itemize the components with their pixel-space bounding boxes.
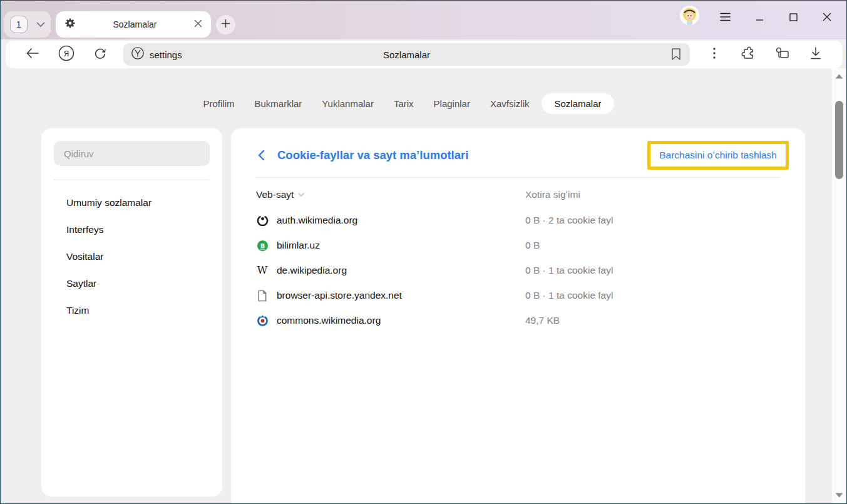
new-tab-button[interactable] (216, 15, 235, 34)
nav-tarix[interactable]: Tarix (386, 93, 421, 114)
generic-page-favicon (256, 289, 269, 302)
wikimedia-commons-favicon (256, 314, 269, 327)
wikipedia-favicon: W (256, 264, 269, 277)
site-size: 0 B · 2 ta cookie fayl (525, 215, 613, 226)
site-domain: de.wikipedia.org (277, 265, 347, 276)
tab-counter-button[interactable]: 1 (4, 11, 51, 38)
site-size: 49,7 KB (525, 315, 560, 326)
column-site-sort[interactable]: Veb-sayt (256, 189, 525, 200)
site-domain: commons.wikimedia.org (277, 315, 381, 326)
site-domain: bilimlar.uz (277, 240, 320, 251)
sidebar-divider (54, 180, 210, 180)
menu-button[interactable] (715, 8, 735, 28)
column-site-label: Veb-sayt (256, 189, 294, 200)
wikimedia-favicon (256, 214, 269, 227)
table-row[interactable]: B bilimlar.uz 0 B (231, 233, 805, 258)
table-row[interactable]: W de.wikipedia.org 0 B · 1 ta cookie fay… (231, 258, 805, 283)
scroll-down-arrow[interactable] (834, 492, 844, 498)
column-size-label: Xotira sigʻimi (525, 189, 580, 200)
svg-text:B: B (260, 242, 264, 249)
delete-all-button[interactable]: Barchasini oʻchirib tashlash (650, 144, 786, 167)
yandex-home-button[interactable]: Я (58, 46, 75, 63)
cookies-panel: Cookie-fayllar va sayt ma’lumotlari Barc… (231, 128, 805, 504)
extensions-button[interactable] (739, 46, 757, 63)
puzzle-icon (741, 46, 756, 63)
download-icon (810, 47, 821, 62)
tab-title: Sozlamalar (76, 19, 194, 29)
site-badge-icon[interactable] (131, 46, 145, 63)
sidebar-item-saytlar[interactable]: Saytlar (41, 270, 222, 297)
chevron-down-icon (36, 19, 45, 30)
profile-avatar[interactable] (680, 6, 699, 25)
maximize-icon (789, 13, 798, 24)
tab-count-badge: 1 (10, 16, 28, 33)
site-size: 0 B (525, 240, 540, 251)
settings-nav: Profilim Bukmarklar Yuklanmalar Tarix Pl… (1, 93, 809, 114)
key-wallet-icon (774, 46, 790, 63)
page-heading: Cookie-fayllar va sayt ma’lumotlari (277, 148, 647, 162)
minimize-icon (756, 13, 764, 24)
site-table: auth.wikimedia.org 0 B · 2 ta cookie fay… (231, 208, 805, 333)
site-size: 0 B · 1 ta cookie fayl (525, 290, 613, 301)
search-input[interactable] (54, 141, 210, 166)
scrollbar-thumb[interactable] (835, 101, 843, 179)
sidebar-item-interfeys[interactable]: Interfeys (41, 216, 222, 243)
site-domain: auth.wikimedia.org (277, 215, 357, 226)
reload-icon (93, 46, 107, 63)
close-window-button[interactable] (817, 8, 837, 28)
hamburger-icon (720, 13, 731, 24)
tab-close-icon[interactable] (194, 19, 202, 30)
sidebar-item-tizim[interactable]: Tizim (41, 297, 222, 324)
plus-icon (221, 19, 230, 31)
sort-chevron-icon (298, 193, 304, 197)
page-title: Sozlamalar (383, 49, 430, 60)
maximize-button[interactable] (783, 8, 803, 28)
address-url-text[interactable]: settings (150, 49, 182, 60)
page-scrollbar[interactable] (832, 68, 846, 503)
sidebar-item-umumiy-sozlamalar[interactable]: Umumiy sozlamalar (41, 189, 222, 216)
table-row[interactable]: auth.wikimedia.org 0 B · 2 ta cookie fay… (231, 208, 805, 233)
vertical-dots-icon (713, 48, 716, 61)
nav-xavfsizlik[interactable]: Xavfsizlik (483, 93, 537, 114)
bilimlar-favicon: B (256, 239, 269, 252)
gear-icon (64, 18, 76, 31)
password-manager-button[interactable] (773, 46, 791, 63)
close-icon (823, 13, 831, 24)
site-size: 0 B · 1 ta cookie fayl (525, 265, 613, 276)
site-domain: browser-api.store.yandex.net (277, 290, 402, 301)
sidebar-item-vositalar[interactable]: Vositalar (41, 243, 222, 270)
nav-plaginlar[interactable]: Plaginlar (426, 93, 478, 114)
tab-sozlamalar[interactable]: Sozlamalar (56, 11, 211, 38)
nav-sozlamalar-active[interactable]: Sozlamalar (542, 93, 613, 114)
nav-yuklanmalar[interactable]: Yuklanmalar (314, 93, 381, 114)
cookies-header: Cookie-fayllar va sayt ma’lumotlari Barc… (231, 136, 805, 175)
delete-all-highlight: Barchasini oʻchirib tashlash (647, 141, 789, 170)
settings-sidebar: Umumiy sozlamalar Interfeys Vositalar Sa… (41, 128, 222, 496)
back-arrow-icon (26, 48, 39, 61)
nav-profilim[interactable]: Profilim (195, 93, 242, 114)
back-chevron-icon[interactable] (257, 150, 265, 161)
bookmark-icon[interactable] (670, 47, 682, 64)
svg-text:Я: Я (63, 49, 69, 58)
table-header: Veb-sayt Xotira sigʻimi (231, 178, 805, 208)
nav-bukmarklar[interactable]: Bukmarklar (247, 93, 310, 114)
more-options-button[interactable] (706, 46, 723, 63)
scroll-up-arrow[interactable] (834, 73, 844, 80)
browser-window: 1 Sozlamalar (0, 0, 847, 504)
sidebar-list: Umumiy sozlamalar Interfeys Vositalar Sa… (41, 189, 222, 324)
tab-strip: 1 Sozlamalar (1, 1, 846, 39)
settings-page: Profilim Bukmarklar Yuklanmalar Tarix Pl… (1, 68, 846, 503)
back-button[interactable] (24, 46, 41, 63)
address-bar[interactable]: settings Sozlamalar (123, 43, 690, 66)
reload-button[interactable] (91, 46, 109, 63)
minimize-button[interactable] (749, 8, 769, 28)
yandex-logo-icon: Я (58, 45, 74, 64)
table-row[interactable]: browser-api.store.yandex.net 0 B · 1 ta … (231, 283, 805, 308)
downloads-button[interactable] (807, 46, 824, 63)
browser-toolbar: Я settings Sozlamalar (6, 41, 843, 68)
table-row[interactable]: commons.wikimedia.org 49,7 KB (231, 308, 805, 333)
